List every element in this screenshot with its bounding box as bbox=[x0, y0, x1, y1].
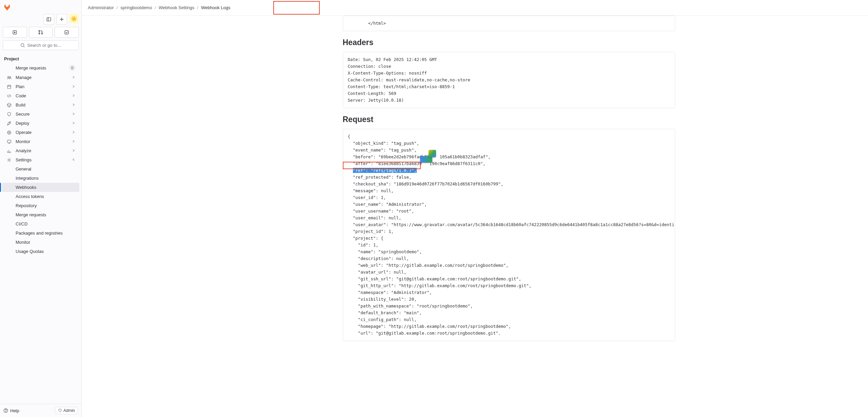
help-link[interactable]: Help bbox=[3, 408, 19, 413]
plan-icon bbox=[6, 84, 12, 89]
build-icon bbox=[6, 103, 12, 107]
merge-requests-count: 0 bbox=[69, 65, 75, 71]
chevron-right-icon bbox=[72, 121, 75, 126]
chevron-right-icon bbox=[72, 112, 75, 117]
settings-webhooks[interactable]: Webhooks bbox=[2, 183, 79, 192]
overlay-globe-icon bbox=[429, 150, 436, 157]
search-input[interactable]: Search or go to... bbox=[3, 40, 79, 50]
settings-merge-requests[interactable]: Merge requests bbox=[2, 210, 79, 219]
settings-access-tokens[interactable]: Access tokens bbox=[2, 192, 79, 201]
help-icon bbox=[3, 408, 8, 413]
annotation-box bbox=[273, 1, 320, 15]
svg-point-20 bbox=[8, 132, 10, 133]
svg-point-7 bbox=[39, 33, 40, 34]
sidebar-collapse-icon[interactable] bbox=[43, 14, 54, 25]
request-block[interactable]: { "object_kind": "tag_push", "event_name… bbox=[343, 129, 675, 341]
analyze-icon bbox=[6, 148, 12, 153]
search-icon bbox=[20, 43, 25, 48]
project-avatar-icon[interactable]: ☀️ bbox=[69, 14, 79, 23]
selected-text: "ref": "refs/tags/1.0.7", bbox=[353, 168, 417, 173]
settings-cicd[interactable]: CI/CD bbox=[2, 219, 79, 229]
sidebar-nav: Merge requests 0 Manage Plan Code Build bbox=[0, 63, 81, 404]
chevron-down-icon bbox=[72, 157, 75, 162]
issues-shortcut-icon[interactable] bbox=[3, 27, 27, 38]
crumb-settings[interactable]: Webhook Settings bbox=[159, 5, 194, 10]
headers-block[interactable]: Date: Sun, 02 Feb 2025 12:42:05 GMT Conn… bbox=[343, 52, 675, 108]
response-body-block[interactable]: </html> bbox=[343, 16, 675, 31]
gear-icon bbox=[6, 158, 12, 162]
sidebar-item-plan[interactable]: Plan bbox=[2, 82, 79, 91]
breadcrumb: Administrator / springbootdemo / Webhook… bbox=[82, 0, 868, 16]
main-panel: Administrator / springbootdemo / Webhook… bbox=[82, 0, 868, 417]
svg-rect-9 bbox=[65, 31, 68, 34]
create-new-icon[interactable] bbox=[56, 14, 67, 25]
deploy-icon bbox=[6, 121, 12, 126]
crumb-current: Webhook Logs bbox=[201, 5, 231, 10]
svg-point-13 bbox=[9, 76, 11, 78]
settings-general[interactable]: General bbox=[2, 164, 79, 174]
chevron-right-icon bbox=[72, 102, 75, 107]
svg-line-11 bbox=[24, 46, 25, 47]
svg-rect-25 bbox=[7, 140, 11, 143]
svg-point-34 bbox=[5, 412, 6, 412]
sidebar-item-manage[interactable]: Manage bbox=[2, 73, 79, 82]
content-scroll[interactable]: </html> Headers Date: Sun, 02 Feb 2025 1… bbox=[82, 16, 868, 361]
crumb-project[interactable]: springbootdemo bbox=[120, 5, 152, 10]
sidebar-item-monitor[interactable]: Monitor bbox=[2, 137, 79, 146]
sidebar-item-operate[interactable]: Operate bbox=[2, 128, 79, 137]
settings-subnav: General Integrations Webhooks Access tok… bbox=[0, 164, 81, 256]
svg-point-6 bbox=[39, 30, 40, 31]
headers-title: Headers bbox=[343, 38, 675, 47]
chevron-right-icon bbox=[72, 139, 75, 144]
merge-requests-shortcut-icon[interactable] bbox=[29, 27, 53, 38]
crumb-administrator[interactable]: Administrator bbox=[88, 5, 114, 10]
chevron-right-icon bbox=[72, 84, 75, 89]
shield-icon bbox=[6, 112, 12, 117]
chevron-right-icon bbox=[72, 130, 75, 135]
request-title: Request bbox=[343, 115, 675, 124]
svg-point-8 bbox=[41, 33, 42, 34]
sidebar-item-analyze[interactable]: Analyze bbox=[2, 146, 79, 155]
chevron-right-icon bbox=[72, 93, 75, 98]
project-heading: Project bbox=[0, 53, 81, 63]
settings-usage-quotas[interactable]: Usage Quotas bbox=[2, 247, 79, 256]
svg-rect-0 bbox=[47, 18, 51, 21]
chevron-right-icon bbox=[72, 148, 75, 153]
gitlab-logo-icon[interactable] bbox=[3, 3, 12, 12]
settings-monitor[interactable]: Monitor bbox=[2, 238, 79, 247]
sidebar-item-build[interactable]: Build bbox=[2, 100, 79, 110]
settings-packages[interactable]: Packages and registries bbox=[2, 229, 79, 238]
svg-point-5 bbox=[14, 32, 15, 33]
svg-point-12 bbox=[7, 76, 9, 78]
settings-repository[interactable]: Repository bbox=[2, 201, 79, 210]
svg-point-18 bbox=[9, 122, 10, 123]
search-placeholder: Search or go to... bbox=[27, 43, 61, 48]
sidebar-item-deploy[interactable]: Deploy bbox=[2, 119, 79, 128]
sidebar: ☀️ Search or go to... Project Merge requ… bbox=[0, 0, 82, 417]
svg-point-32 bbox=[8, 159, 10, 161]
chevron-right-icon bbox=[72, 75, 75, 80]
svg-point-10 bbox=[21, 43, 24, 46]
sidebar-item-secure[interactable]: Secure bbox=[2, 110, 79, 119]
admin-button[interactable]: Admin bbox=[55, 407, 78, 414]
admin-icon bbox=[58, 409, 62, 413]
sidebar-item-code[interactable]: Code bbox=[2, 91, 79, 100]
sidebar-item-merge-requests[interactable]: Merge requests 0 bbox=[2, 63, 79, 73]
sidebar-item-settings[interactable]: Settings bbox=[2, 155, 79, 164]
manage-icon bbox=[6, 75, 12, 80]
operate-icon bbox=[6, 130, 12, 135]
todos-shortcut-icon[interactable] bbox=[55, 27, 79, 38]
svg-rect-14 bbox=[7, 85, 11, 88]
code-icon bbox=[6, 94, 12, 98]
monitor-icon bbox=[6, 139, 12, 144]
settings-integrations[interactable]: Integrations bbox=[2, 174, 79, 183]
